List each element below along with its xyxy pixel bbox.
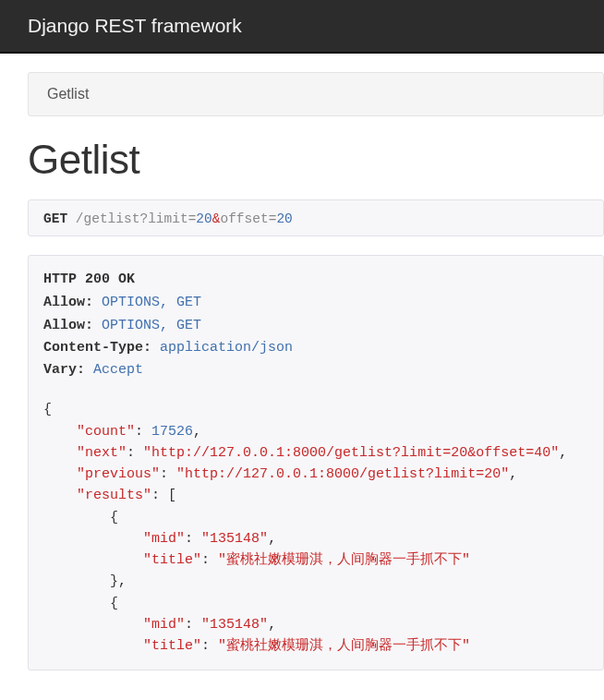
main-content: Getlist Getlist GET /getlist?limit=20&of… xyxy=(0,72,604,670)
response-status: HTTP 200 OK xyxy=(43,269,588,290)
response-header: Allow: OPTIONS, GET xyxy=(43,292,588,313)
header-key: Allow: xyxy=(43,318,93,333)
response-body: { "count": 17526, "next": "http://127.0.… xyxy=(43,399,588,657)
header-value: OPTIONS, GET xyxy=(102,295,201,310)
header-value: OPTIONS, GET xyxy=(102,318,201,333)
request-path: /getlist xyxy=(76,211,140,226)
response-header: Vary: Accept xyxy=(43,359,588,380)
response-header: Allow: OPTIONS, GET xyxy=(43,315,588,336)
header-key: Content-Type: xyxy=(43,340,151,356)
request-info: GET /getlist?limit=20&offset=20 xyxy=(28,199,604,236)
header-value: application/json xyxy=(160,340,293,356)
breadcrumb: Getlist xyxy=(28,72,604,116)
header-key: Vary: xyxy=(43,362,85,378)
navbar: Django REST framework xyxy=(0,0,604,54)
header-key: Allow: xyxy=(43,295,93,310)
response-header: Content-Type: application/json xyxy=(43,337,588,358)
page-title: Getlist xyxy=(28,137,604,183)
request-query: ?limit=20&offset=20 xyxy=(139,211,292,226)
request-method: GET xyxy=(43,211,67,226)
breadcrumb-item[interactable]: Getlist xyxy=(47,86,89,102)
header-value: Accept xyxy=(93,362,143,378)
response-info: HTTP 200 OK Allow: OPTIONS, GET Allow: O… xyxy=(28,255,604,670)
navbar-brand[interactable]: Django REST framework xyxy=(28,15,242,37)
